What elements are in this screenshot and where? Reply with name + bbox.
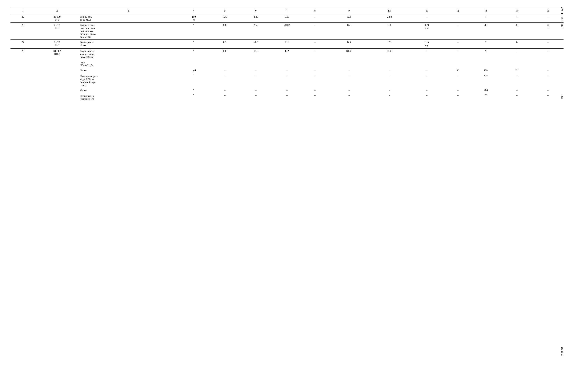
nakladnye-10: –: [371, 73, 408, 88]
header-col-4: 4: [178, 7, 209, 14]
itogo2-7: –: [271, 88, 303, 93]
nakladnye-13: I05: [470, 73, 501, 88]
header-col-12: I2: [445, 7, 470, 14]
cell-24-7: I0,9: [271, 40, 303, 49]
cell-24-2: 2I-78 I5-6: [35, 40, 79, 49]
fraction-23-11: 0,74 0,50: [425, 24, 429, 30]
header-col-9: 9: [327, 7, 371, 14]
itogo2-empty-2: [35, 88, 79, 93]
cell-23-14: 39: [501, 22, 533, 40]
side-label-top: 274-83-14(Ш.86): [561, 7, 564, 28]
planovye-5: –: [209, 93, 241, 101]
planovye-6: –: [240, 93, 271, 101]
nakladnye-9: –: [327, 73, 371, 88]
header-col-6: 6: [240, 7, 271, 14]
fraction-num: 0,74: [425, 24, 429, 27]
itogo1-row: Итого руб – – – – – – – 83 I79 I2I –: [10, 68, 564, 73]
itogo1-15: –: [533, 68, 564, 73]
itogo1-empty-1: [10, 68, 35, 73]
nakladnye-empty-1: [10, 73, 35, 88]
cell-23-6: 20,9: [240, 22, 271, 40]
header-col-8: 8: [303, 7, 327, 14]
cell-22-9: 3,08: [327, 14, 371, 22]
header-col-10: IO: [371, 7, 408, 14]
cell-24-12: –: [445, 40, 470, 49]
cell-23-15: 3 2: [533, 22, 564, 40]
cell-25-1: 25: [10, 48, 35, 59]
header-row: I 2 3 4 5 6 7 8 9 IO II I2 I3 I4 I5: [10, 7, 564, 14]
nakladnye-6: –: [240, 73, 271, 88]
itogo2-13: 284: [470, 88, 501, 93]
cell-23-4: ": [178, 22, 209, 40]
cell-23-1: 23: [10, 22, 35, 40]
itogo2-unit: ": [178, 88, 209, 93]
fraction-24-11: 0,I5 0,8: [425, 41, 429, 47]
planovye-empty-1: [10, 93, 35, 101]
fraction-den: 0,8: [425, 44, 429, 47]
nakladnye-7: –: [271, 73, 303, 88]
header-col-15: I5: [533, 7, 564, 14]
side-label-bottom: 16528-07: [561, 347, 564, 356]
itogo2-12: –: [445, 88, 470, 93]
cell-22-3: То же, сеч. до I6 мм2: [79, 14, 178, 22]
cell-24-9: I4,4: [327, 40, 371, 49]
cell-24-3: То же, диам. 32 мм: [79, 40, 178, 49]
cell-22-10: 2,83: [371, 14, 408, 22]
main-table: I 2 3 4 5 6 7 8 9 IO II I2 I3 I4 I5 22 2…: [10, 7, 564, 101]
cell-22-12: –: [445, 14, 470, 22]
planovye-11: –: [408, 93, 445, 101]
cell-23-11: 0,74 0,50: [408, 22, 445, 40]
price-line-row: цена I23+I0,3xI,84: [10, 59, 564, 68]
cell-22-1: 22: [10, 14, 35, 22]
itogo2-10: –: [371, 88, 408, 93]
planovye-12: –: [445, 93, 470, 101]
table-row: 25 34-502 IOI-2 Труба асбес- тоцементная…: [10, 48, 564, 59]
fraction-num: 0,I5: [425, 41, 429, 44]
header-col-5: 5: [209, 7, 241, 14]
cell-25-5: 0,06: [209, 48, 241, 59]
nakladnye-label: Накладные рас- ходы 87% от основной зар-…: [79, 73, 178, 88]
cell-24-13: 7: [470, 40, 501, 49]
planovye-row: Плановые на- копления 8% " – – – – – – –…: [10, 93, 564, 101]
itogo2-row: Итого " – – – – – – – – 284 – –: [10, 88, 564, 93]
cell-24-14: 6: [501, 40, 533, 49]
cell-25-4: ": [178, 48, 209, 59]
cell-23-9: I4,3: [327, 22, 371, 40]
header-col-1: I: [10, 7, 35, 14]
price-empty-rest: [178, 59, 564, 68]
nakladnye-14: –: [501, 73, 533, 88]
cell-25-15: –: [533, 48, 564, 59]
nakladnye-5: –: [209, 73, 241, 88]
cell-23-2: 2I-77 I5-5: [35, 22, 79, 40]
cell-25-14: I: [501, 48, 533, 59]
cell-23-8: –: [303, 22, 327, 40]
itogo1-empty-2: [35, 68, 79, 73]
itogo2-15: –: [533, 88, 564, 93]
planovye-label: Плановые на- копления 8%: [79, 93, 178, 101]
page-wrapper: 274-83-14(Ш.86) 143 16528-07 I 2 3 4 5 6…: [10, 7, 564, 374]
price-label: цена I23+I0,3xI,84: [79, 59, 178, 68]
cell-23-10: II,6: [371, 22, 408, 40]
cell-22-15: –: [533, 14, 564, 22]
itogo2-empty-1: [10, 88, 35, 93]
nakladnye-empty-2: [35, 73, 79, 88]
cell-24-6: 2I,8: [240, 40, 271, 49]
cell-25-6: I8,6: [240, 48, 271, 59]
nakladnye-11: –: [408, 73, 445, 88]
itogo1-8: –: [303, 68, 327, 73]
cell-23-3: Трубы в гото- вых бороздах под заливку б…: [79, 22, 178, 40]
cell-25-8: –: [303, 48, 327, 59]
header-col-7: 7: [271, 7, 303, 14]
side-label-middle: 143: [561, 94, 564, 99]
cell-25-9: I4I,95: [327, 48, 371, 59]
cell-24-8: –: [303, 40, 327, 49]
cell-24-10: I2: [371, 40, 408, 49]
nakladnye-15: –: [533, 73, 564, 88]
header-col-13: I3: [470, 7, 501, 14]
cell-25-2: 34-502 IOI-2: [35, 48, 79, 59]
planovye-7: –: [271, 93, 303, 101]
nakladnye-unit: ": [178, 73, 209, 88]
header-col-2: 2: [35, 7, 79, 14]
planovye-10: –: [371, 93, 408, 101]
cell-22-13: 4: [470, 14, 501, 22]
